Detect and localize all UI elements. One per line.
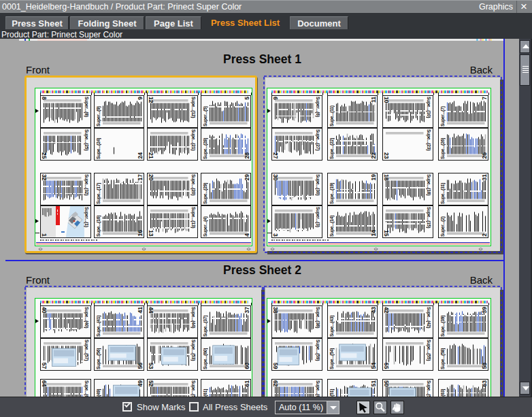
page-number: 24 bbox=[137, 152, 144, 159]
page-cell-4: Super...(4)4 bbox=[201, 205, 252, 238]
page-cell-16: Supe...(16)16 bbox=[94, 205, 145, 238]
page-number: 5 bbox=[244, 97, 250, 100]
register-zero-mark: 0 bbox=[142, 248, 146, 250]
section-right-border bbox=[503, 39, 505, 397]
page-name-label: Supe...(28) bbox=[202, 129, 208, 159]
page-number: 4 bbox=[244, 233, 250, 237]
page-name-label: Supe...(13) bbox=[190, 207, 197, 237]
fold-mark bbox=[144, 93, 145, 95]
tab-press-sheet[interactable]: Press Sheet bbox=[5, 16, 69, 29]
press-sheet-list-view: Press Sheet 1FrontBackSuper...(8)8Super.… bbox=[0, 39, 519, 397]
page-number: 12 bbox=[148, 97, 154, 103]
page-cell-25: Supe...(25)25 bbox=[40, 128, 91, 161]
sliver-segment bbox=[29, 39, 30, 41]
magnifier-icon bbox=[374, 401, 386, 414]
page-number: 8 bbox=[41, 97, 47, 100]
sheet-thumbnail-front-1[interactable]: Super...(8)8Super...(9)9Supe...(12)12Sup… bbox=[24, 76, 257, 253]
close-icon[interactable]: × bbox=[518, 1, 530, 13]
back-label: Back bbox=[408, 274, 493, 286]
zoom-value: Auto (11 %) bbox=[279, 403, 323, 412]
scroll-up-button[interactable] bbox=[520, 40, 530, 53]
all-press-sheets-label: All Press Sheets bbox=[203, 402, 267, 412]
page-number: 20 bbox=[148, 174, 154, 180]
page-name-label: Supe...(21) bbox=[190, 129, 197, 159]
show-marks-label: Show Marks bbox=[137, 402, 186, 412]
page-cell-17: Supe...(17)17 bbox=[94, 173, 145, 205]
select-tool-button[interactable] bbox=[356, 401, 370, 414]
page-cell-9: Super...(9)9 bbox=[94, 95, 145, 128]
register-zero-mark: 0 bbox=[38, 248, 42, 250]
clipped-sheet-sliver bbox=[19, 39, 503, 41]
application-window: 0001_Heidelberg-Handbuch / Product Part:… bbox=[0, 0, 532, 417]
window-titlebar: 0001_Heidelberg-Handbuch / Product Part:… bbox=[0, 0, 532, 13]
all-press-sheets-checkbox[interactable] bbox=[189, 402, 199, 412]
page-cell-12: Supe...(12)12 bbox=[147, 95, 198, 128]
zoom-dropdown-button[interactable] bbox=[327, 401, 339, 414]
page-name-label: Super...(8) bbox=[84, 97, 90, 127]
thumb-grip bbox=[522, 66, 529, 67]
front-label: Front bbox=[26, 274, 50, 286]
hand-icon bbox=[391, 401, 403, 414]
vertical-scrollbar[interactable] bbox=[519, 39, 531, 397]
show-marks-checkbox[interactable] bbox=[122, 402, 132, 412]
page-cell-8: Super...(8)8 bbox=[40, 95, 91, 128]
zoom-tool-button[interactable] bbox=[373, 401, 387, 414]
checkmark-icon bbox=[124, 401, 130, 407]
side-line-mark bbox=[35, 233, 39, 233]
page-name-label: Supe...(17) bbox=[95, 174, 101, 204]
back-label: Back bbox=[408, 64, 493, 76]
page-cell-24: Supe...(24)24 bbox=[94, 128, 145, 161]
page-cell-13: Supe...(13)13 bbox=[147, 205, 198, 238]
page-number: 28 bbox=[244, 152, 250, 159]
page-cell-32: Supe...(32)32 bbox=[40, 173, 91, 205]
scroll-down-button[interactable] bbox=[520, 382, 530, 395]
thumb-grip bbox=[522, 68, 529, 69]
page-content-thumbnail bbox=[201, 96, 252, 128]
selection-dash-border bbox=[24, 286, 263, 397]
page-cell-29: Supe...(29)29 bbox=[201, 173, 252, 205]
page-cell-28: Supe...(28)28 bbox=[201, 128, 252, 161]
tab-page-list[interactable]: Page List bbox=[146, 16, 201, 29]
page-name-label: Super...(4) bbox=[202, 207, 208, 237]
page-number: 17 bbox=[137, 174, 144, 180]
scrollbar-thumb[interactable] bbox=[520, 54, 530, 86]
page-number: 1 bbox=[41, 233, 47, 237]
bottom-toolbar: Show Marks All Press Sheets Auto (11 %) bbox=[0, 397, 532, 417]
slug-line bbox=[40, 239, 98, 241]
product-part-bar: Product Part: Prinect Super Color bbox=[1, 30, 122, 39]
side-arrow-mark bbox=[35, 109, 39, 113]
page-number: 25 bbox=[41, 152, 47, 159]
selection-dash-border bbox=[263, 286, 502, 397]
page-name-label: Supe...(25) bbox=[84, 129, 90, 159]
cursor-icon bbox=[357, 401, 369, 414]
page-cell-21: Supe...(21)21 bbox=[147, 128, 198, 161]
page-number: 21 bbox=[148, 152, 154, 159]
graphics-menu[interactable]: Graphics bbox=[479, 2, 513, 12]
sliver-segment bbox=[24, 39, 26, 41]
page-name-label: Supe...(16) bbox=[95, 207, 101, 237]
titlebar-separator bbox=[516, 1, 517, 14]
scroll-up-icon bbox=[522, 44, 529, 48]
page-cell-1: Super...(1)1 bbox=[40, 205, 91, 238]
selection-dash-border bbox=[263, 76, 502, 253]
page-number: 13 bbox=[148, 230, 154, 236]
sliver-segment bbox=[476, 39, 492, 41]
fold-mark bbox=[251, 93, 252, 95]
sliver-segment bbox=[37, 39, 87, 41]
window-title: 0001_Heidelberg-Handbuch / Product Part:… bbox=[2, 2, 242, 12]
page-number: 29 bbox=[244, 174, 250, 180]
page-name-label: Supe...(29) bbox=[202, 174, 208, 204]
fold-mark bbox=[198, 93, 199, 95]
page-name-label: Super...(1) bbox=[84, 207, 90, 237]
tab-folding-sheet[interactable]: Folding Sheet bbox=[70, 16, 144, 29]
page-name-label: Supe...(24) bbox=[95, 129, 101, 159]
tab-document[interactable]: Document bbox=[290, 16, 348, 29]
pan-tool-button[interactable] bbox=[390, 401, 404, 414]
page-number: 32 bbox=[41, 174, 47, 180]
dash-border-svg bbox=[263, 286, 502, 397]
tab-press-sheet-list[interactable]: Press Sheet List bbox=[202, 16, 288, 29]
dash-border-svg bbox=[263, 76, 502, 253]
zoom-dropdown[interactable]: Auto (11 %) bbox=[275, 401, 339, 414]
sheet-bottom-color-bar bbox=[36, 243, 251, 245]
page-name-label: Supe...(20) bbox=[190, 174, 197, 204]
